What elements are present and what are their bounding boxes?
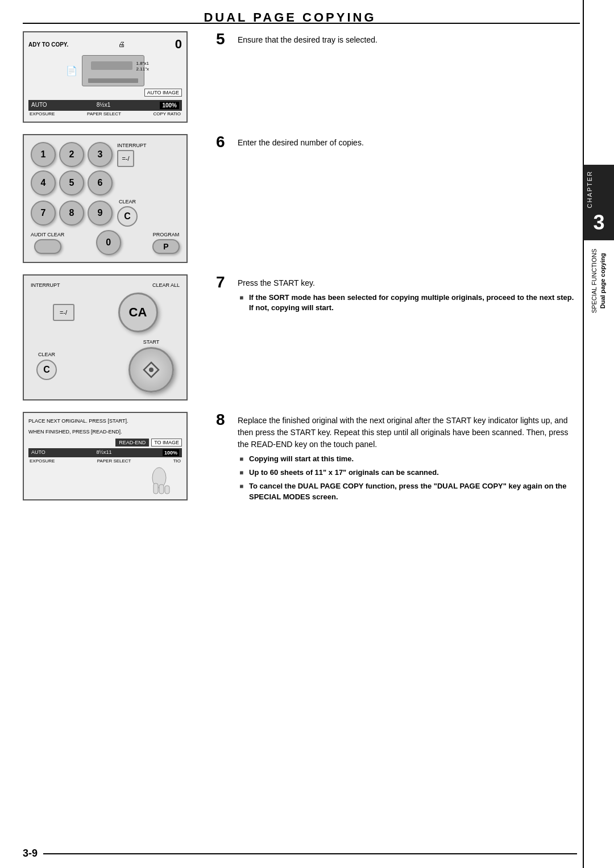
interrupt-btn[interactable]: =-/: [53, 304, 74, 321]
label-row: EXPOSURE PAPER SELECT COPY RATIO: [28, 111, 182, 117]
step-8-row: PLACE NEXT ORIGINAL. PRESS [START]. WHEN…: [23, 412, 577, 502]
auto-image-btn[interactable]: AUTO IMAGE: [144, 89, 182, 97]
touch-exposure-label: EXPOSURE: [30, 458, 55, 464]
step-6-content: 6 Enter the desired number of copies.: [216, 134, 577, 150]
to-image-btn[interactable]: TO IMAGE: [151, 439, 182, 446]
touch-msg-2: WHEN FINISHED, PRESS [READ-END].: [28, 428, 182, 436]
step-8-text: Replace the finished original with the n…: [238, 412, 577, 502]
step-8-bullet-3: ◾ To cancel the DUAL PAGE COPY function,…: [238, 481, 577, 502]
c-clear-key[interactable]: C: [117, 206, 138, 227]
audit-clear-label: AUDIT CLEAR: [31, 232, 64, 237]
key-6[interactable]: 6: [88, 170, 113, 195]
program-area: PROGRAM P: [152, 232, 180, 254]
chapter-number: 3: [586, 211, 612, 235]
step-8-bullet-1: ◾ Copying will start at this time.: [238, 454, 577, 464]
step-5-row: ADY TO COPY. 🖨 0 📄 1.8"x1 2.11"x: [23, 31, 577, 123]
top-buttons-row: =-/ CA: [31, 293, 180, 332]
auto-exposure: AUTO: [31, 102, 47, 109]
start-panel: INTERRUPT CLEAR ALL =-/ CA CLEAR C START: [23, 274, 188, 400]
touch-msg-1: PLACE NEXT ORIGINAL. PRESS [START].: [28, 418, 182, 425]
key-0[interactable]: 0: [96, 230, 121, 255]
key-9[interactable]: 9: [88, 201, 113, 226]
page-number-line: [43, 853, 577, 854]
copier-display-panel: ADY TO COPY. 🖨 0 📄 1.8"x1 2.11"x: [23, 31, 188, 123]
status-bar: ADY TO COPY. 🖨 0: [28, 37, 182, 52]
bullet-sym-8-2: ◾: [238, 469, 246, 477]
touch-bottom-bar: AUTO 8½x11 100%: [28, 448, 182, 457]
step-6-desc: Enter the desired number of copies.: [238, 137, 364, 149]
tray1-text: 1.8"x1: [136, 61, 149, 66]
touch-ratio-label: TIO: [173, 458, 181, 464]
audit-clear-area: AUDIT CLEAR: [31, 232, 64, 254]
sidebar-text: SPECIAL FUNCTIONS Dual page copying: [590, 249, 608, 313]
paper-val: 8½x1: [97, 102, 110, 109]
key-3[interactable]: 3: [88, 142, 113, 167]
touch-paper: 8½x11: [96, 449, 111, 456]
touch-auto: AUTO: [31, 449, 45, 456]
step-7-text: Press the START key. ◾ If the SORT mode …: [238, 274, 577, 313]
read-end-btn[interactable]: READ-END: [115, 439, 149, 446]
printer-icon: 🖨: [118, 40, 125, 48]
program-label: PROGRAM: [153, 232, 180, 237]
key-1[interactable]: 1: [31, 142, 56, 167]
svg-rect-4: [159, 485, 164, 494]
key-5[interactable]: 5: [59, 170, 84, 195]
auto-image-row: AUTO IMAGE: [28, 89, 182, 98]
status-text: ADY TO COPY.: [28, 41, 68, 48]
keys-789: 7 8 9: [31, 201, 113, 226]
audit-clear-btn[interactable]: [34, 239, 61, 254]
keypad-row-4: AUDIT CLEAR 0 PROGRAM P: [31, 230, 180, 255]
machine-base: [88, 78, 138, 83]
key-2[interactable]: 2: [59, 142, 84, 167]
step-6-left: 1 2 3 INTERRUPT =-/ 4 5 6: [23, 134, 199, 263]
step-5-right: 5 Ensure that the desired tray is select…: [216, 31, 577, 47]
chapter-tab: CHAPTER 3: [583, 165, 614, 240]
step-7-number: 7: [216, 274, 233, 290]
finger-icon: [142, 466, 182, 495]
machine-graphic: 1.8"x1 2.11"x: [82, 55, 144, 86]
program-btn[interactable]: P: [152, 239, 180, 254]
keypad-row-2: 4 5 6: [31, 170, 180, 195]
step-8-bullet-2-text: Up to 60 sheets of 11" x 17" originals c…: [249, 468, 439, 478]
svg-rect-3: [154, 483, 158, 494]
ratio-val: 100%: [160, 102, 179, 109]
machine-top: [91, 61, 132, 70]
main-content: ADY TO COPY. 🖨 0 📄 1.8"x1 2.11"x: [23, 31, 577, 845]
interrupt-btn-area: =-/: [53, 304, 74, 321]
touch-paper-label: PAPER SELECT: [97, 458, 131, 464]
step-8-left: PLACE NEXT ORIGINAL. PRESS [START]. WHEN…: [23, 412, 199, 500]
step-8-content: 8 Replace the finished original with the…: [216, 412, 577, 502]
key-7[interactable]: 7: [31, 201, 56, 226]
chapter-label: CHAPTER: [586, 170, 593, 208]
start-label: START: [143, 339, 160, 345]
bullet-sym-8-3: ◾: [238, 482, 246, 491]
doc-icon: 📄: [66, 65, 77, 76]
clear-btn-area: CLEAR C: [36, 352, 57, 380]
enter-key[interactable]: =-/: [117, 150, 134, 167]
ratio-label: COPY RATIO: [153, 111, 181, 116]
paper-label: PAPER SELECT: [87, 111, 121, 116]
step-6-right: 6 Enter the desired number of copies.: [216, 134, 577, 150]
svg-rect-5: [165, 486, 169, 494]
copier-bottom-bar: AUTO 8½x1 100%: [28, 100, 182, 111]
clear-label: CLEAR: [119, 199, 136, 205]
step-8-bullet-3-text: To cancel the DUAL PAGE COPY function, p…: [249, 481, 577, 502]
key-4[interactable]: 4: [31, 170, 56, 195]
tray2-text: 2.11"x: [136, 66, 149, 72]
step-8-number: 8: [216, 412, 233, 428]
step-7-left: INTERRUPT CLEAR ALL =-/ CA CLEAR C START: [23, 274, 199, 400]
page-number-area: 3-9: [23, 848, 577, 859]
clear-bottom-label: CLEAR: [38, 352, 55, 357]
ca-button[interactable]: CA: [118, 293, 158, 332]
c-clear-start-key[interactable]: C: [36, 360, 57, 380]
step-5-content: 5 Ensure that the desired tray is select…: [216, 31, 577, 47]
key-8[interactable]: 8: [59, 201, 84, 226]
interrupt-top-label: INTERRUPT: [31, 282, 60, 288]
step-8-right: 8 Replace the finished original with the…: [216, 412, 577, 502]
keypad-row-3: 7 8 9 CLEAR C: [31, 199, 180, 227]
step-8-bullet-2: ◾ Up to 60 sheets of 11" x 17" originals…: [238, 468, 577, 478]
step-6-row: 1 2 3 INTERRUPT =-/ 4 5 6: [23, 134, 577, 263]
step-7-right: 7 Press the START key. ◾ If the SORT mod…: [216, 274, 577, 313]
exposure-label: EXPOSURE: [30, 111, 55, 116]
start-button[interactable]: [128, 347, 174, 393]
